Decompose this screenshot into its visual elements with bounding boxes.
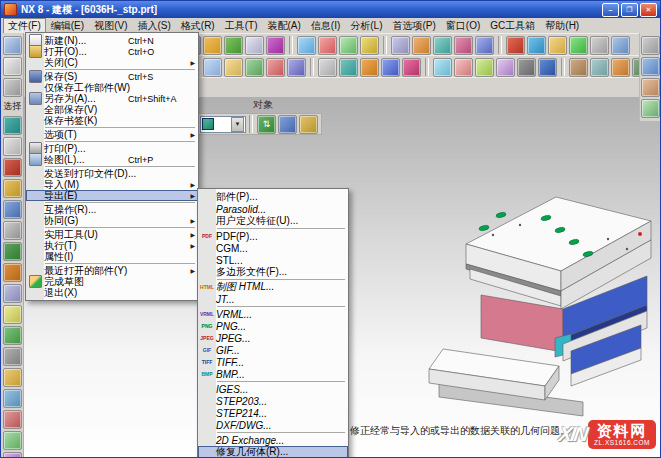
- tb1-tool-icon-31[interactable]: [611, 36, 630, 55]
- folder-icon[interactable]: [3, 368, 22, 387]
- selection-filter-icon[interactable]: [299, 115, 318, 134]
- export-menu-item-gif[interactable]: GIFGIF...: [198, 344, 348, 356]
- tb2-tool-icon-18[interactable]: [360, 58, 379, 77]
- tb1-tool-icon-26[interactable]: [506, 36, 525, 55]
- tb2-tool-icon-30[interactable]: [590, 58, 609, 77]
- export-menu-item-polygon-file[interactable]: 多边形文件(F)...: [198, 266, 348, 278]
- menubar-item-window[interactable]: 窗口(O): [441, 18, 485, 34]
- export-menu-item-tiff[interactable]: TIFFTIFF...: [198, 356, 348, 368]
- menubar-item-tools[interactable]: 工具(T): [220, 18, 263, 34]
- export-menu-item-dxf-dwg[interactable]: DXF/DWG...: [198, 419, 348, 431]
- tb1-tool-icon-27[interactable]: [527, 36, 546, 55]
- side-tool-icon-15[interactable]: [3, 347, 22, 366]
- tbr-tool-icon-3[interactable]: [641, 99, 660, 118]
- side-tool-icon-2[interactable]: [3, 78, 22, 97]
- tb1-tool-icon-18[interactable]: [360, 36, 379, 55]
- side-tool-icon-13[interactable]: [3, 305, 22, 324]
- dropdown-caret-icon[interactable]: ▼: [231, 117, 244, 132]
- menubar-item-help[interactable]: 帮助(H): [540, 18, 584, 34]
- export-menu-item-jpeg[interactable]: JPEGJPEG...: [198, 332, 348, 344]
- export-menu-item-user-defined-feature[interactable]: 用户定义特征(U)...: [198, 215, 348, 227]
- tb2-tool-icon-29[interactable]: [569, 58, 588, 77]
- tbr-tool-icon-1[interactable]: [641, 57, 660, 76]
- file-menu-item-plot[interactable]: 绘图(L)...Ctrl+P: [26, 154, 198, 165]
- file-menu-item-collaborate[interactable]: 协同(G)▶: [26, 215, 198, 226]
- snap-point-icon[interactable]: [278, 115, 297, 134]
- tb2-tool-icon-12[interactable]: [245, 58, 264, 77]
- menubar-item-analysis[interactable]: 分析(L): [345, 18, 387, 34]
- menubar-item-gc-toolbox[interactable]: GC工具箱: [485, 18, 540, 34]
- tbr-tool-icon-0[interactable]: [641, 36, 660, 55]
- tb1-tool-icon-22[interactable]: [433, 36, 452, 55]
- tbr-tool-icon-2[interactable]: [641, 78, 660, 97]
- side-tool-icon-20[interactable]: [3, 452, 22, 458]
- tb2-tool-icon-14[interactable]: [287, 58, 306, 77]
- tb1-tool-icon-12[interactable]: [245, 36, 264, 55]
- file-menu-item-options[interactable]: 选项(T)▶: [26, 129, 198, 140]
- tb2-tool-icon-17[interactable]: [339, 58, 358, 77]
- export-menu-item-repair-geometry[interactable]: 修复几何体(R)...: [198, 446, 348, 458]
- side-tool-icon-17[interactable]: [3, 389, 22, 408]
- tb2-tool-icon-27[interactable]: [538, 58, 557, 77]
- tb2-tool-icon-26[interactable]: [517, 58, 536, 77]
- side-tool-icon-12[interactable]: [3, 284, 22, 303]
- side-tool-icon-5[interactable]: [3, 137, 22, 156]
- side-tool-icon-18[interactable]: [3, 410, 22, 429]
- export-menu-item-drafting-html[interactable]: HTML制图 HTML...: [198, 281, 348, 293]
- close-button[interactable]: ✕: [640, 3, 657, 17]
- export-menu-item-cgm[interactable]: CGM...: [198, 242, 348, 254]
- file-menu-item-close[interactable]: 关闭(C)▶: [26, 57, 198, 68]
- export-menu-item-iges[interactable]: IGES...: [198, 383, 348, 395]
- side-tool-icon-6[interactable]: [3, 158, 22, 177]
- export-menu-item-png[interactable]: PNGPNG...: [198, 320, 348, 332]
- title-bar[interactable]: NX 8 - 建模 - [6036H-_stp.prt] –❐✕: [1, 1, 660, 18]
- tb2-tool-icon-22[interactable]: [433, 58, 452, 77]
- tb1-tool-icon-23[interactable]: [454, 36, 473, 55]
- tb2-tool-icon-24[interactable]: [475, 58, 494, 77]
- tb2-tool-icon-20[interactable]: [402, 58, 421, 77]
- menubar-item-preferences[interactable]: 首选项(P): [388, 18, 441, 34]
- side-tool-icon-11[interactable]: [3, 263, 22, 282]
- tb1-tool-icon-11[interactable]: [224, 36, 243, 55]
- side-tool-icon-9[interactable]: [3, 221, 22, 240]
- tb1-tool-icon-15[interactable]: [297, 36, 316, 55]
- tb1-tool-icon-20[interactable]: [391, 36, 410, 55]
- reverse-direction-icon[interactable]: ⇅: [257, 115, 276, 134]
- menubar-item-assemblies[interactable]: 装配(A): [262, 18, 305, 34]
- tb2-tool-icon-11[interactable]: [224, 58, 243, 77]
- menubar-item-information[interactable]: 信息(I): [306, 18, 345, 34]
- export-menu-item-vrml[interactable]: VRMLVRML...: [198, 308, 348, 320]
- export-menu-item-part[interactable]: 部件(P)...: [198, 191, 348, 203]
- tb1-tool-icon-16[interactable]: [318, 36, 337, 55]
- tb1-tool-icon-21[interactable]: [412, 36, 431, 55]
- export-menu-item-step203[interactable]: STEP203...: [198, 395, 348, 407]
- tb1-tool-icon-30[interactable]: [590, 36, 609, 55]
- side-tool-icon-10[interactable]: [3, 242, 22, 261]
- file-menu-item-properties[interactable]: 属性(I): [26, 251, 198, 262]
- model-pink-block[interactable]: [481, 295, 563, 352]
- tb2-tool-icon-19[interactable]: [381, 58, 400, 77]
- side-tool-icon-4[interactable]: [3, 116, 22, 135]
- side-tool-icon-14[interactable]: [3, 326, 22, 345]
- tb2-tool-icon-23[interactable]: [454, 58, 473, 77]
- export-menu-item-pdf[interactable]: PDFPDF(P)...: [198, 230, 348, 242]
- side-tool-icon-8[interactable]: [3, 200, 22, 219]
- side-tool-icon-19[interactable]: [3, 431, 22, 450]
- tb2-tool-icon-13[interactable]: [266, 58, 285, 77]
- file-menu-item-exit[interactable]: 退出(X): [26, 287, 198, 298]
- export-menu-item-jt[interactable]: JT...: [198, 293, 348, 305]
- tb1-tool-icon-28[interactable]: [548, 36, 567, 55]
- selection-scope-dropdown[interactable]: ▼: [200, 116, 246, 133]
- tb1-tool-icon-17[interactable]: [339, 36, 358, 55]
- tb1-tool-icon-13[interactable]: [266, 36, 285, 55]
- tb1-tool-icon-24[interactable]: [475, 36, 494, 55]
- file-menu-item-save-bookmark[interactable]: 保存书签(K): [26, 115, 198, 126]
- tb1-tool-icon-29[interactable]: [569, 36, 588, 55]
- tb2-tool-icon-10[interactable]: [203, 58, 222, 77]
- file-menu-item-export[interactable]: 导出(E)▶: [26, 190, 198, 201]
- export-menu-item-bmp[interactable]: BMPBMP...: [198, 368, 348, 380]
- minimize-button[interactable]: –: [602, 3, 619, 17]
- export-menu-item-step214[interactable]: STEP214...: [198, 407, 348, 419]
- tb2-tool-icon-25[interactable]: [496, 58, 515, 77]
- tb2-tool-icon-16[interactable]: [318, 58, 337, 77]
